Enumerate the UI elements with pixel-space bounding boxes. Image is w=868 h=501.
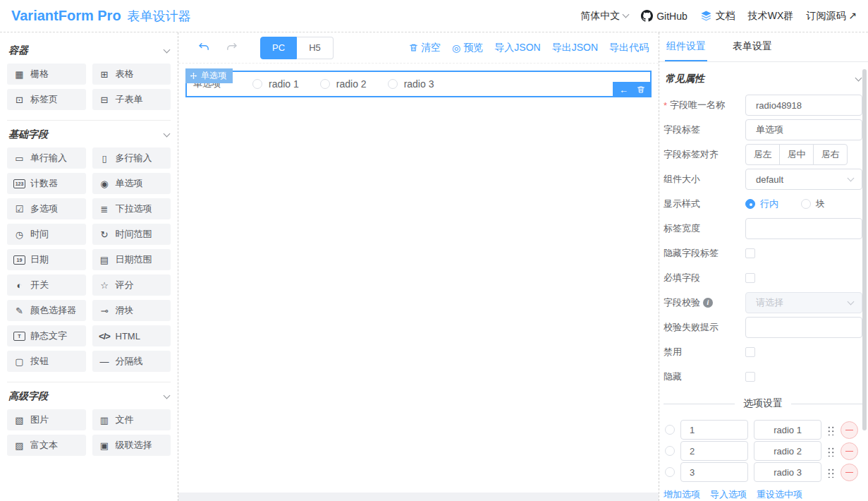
option-default-radio[interactable] bbox=[665, 446, 675, 456]
widget-item-date-range[interactable]: ▤日期范围 bbox=[92, 249, 171, 270]
widget-item-color-picker[interactable]: ✎颜色选择器 bbox=[7, 300, 86, 321]
widget-drag-badge[interactable]: 单选项 bbox=[185, 68, 233, 83]
widget-item-picture[interactable]: ▧图片 bbox=[7, 409, 86, 430]
undo-button[interactable] bbox=[197, 40, 212, 55]
import-json-button[interactable]: 导入JSON bbox=[494, 42, 540, 54]
drag-handle-icon[interactable] bbox=[827, 425, 835, 435]
github-link[interactable]: GitHub bbox=[641, 10, 687, 22]
widget-item-table[interactable]: ⊞表格 bbox=[92, 64, 171, 85]
canvas-scrollbar-track[interactable] bbox=[178, 493, 659, 501]
widget-size-select[interactable]: default bbox=[745, 169, 862, 190]
label-width-input[interactable] bbox=[745, 218, 862, 239]
align-center-button[interactable]: 居中 bbox=[779, 144, 814, 165]
widget-item-cascader[interactable]: ▣级联选择 bbox=[92, 435, 171, 456]
widget-item-input[interactable]: ▭单行输入 bbox=[7, 147, 86, 169]
widget-item-select[interactable]: ≣下拉选项 bbox=[92, 198, 171, 219]
cascader-icon: ▣ bbox=[99, 440, 111, 451]
add-option-link[interactable]: 增加选项 bbox=[664, 488, 700, 501]
widget-item-radio[interactable]: ◉单选项 bbox=[92, 173, 171, 194]
option-value-input[interactable] bbox=[680, 441, 748, 461]
validation-hint-input[interactable] bbox=[745, 317, 862, 338]
widget-item-tabs[interactable]: ⊡标签页 bbox=[7, 89, 86, 110]
widget-item-rate[interactable]: ☆评分 bbox=[92, 274, 171, 296]
display-style-inline-radio[interactable]: 行内 bbox=[745, 198, 778, 210]
subscribe-source-link[interactable]: 订阅源码 ↗ bbox=[806, 10, 857, 23]
widget-item-static-text[interactable]: T静态文字 bbox=[7, 325, 86, 346]
docs-link[interactable]: 文档 bbox=[700, 10, 735, 23]
align-right-button[interactable]: 居右 bbox=[813, 144, 848, 165]
widget-item-rich-editor[interactable]: ▨富文本 bbox=[7, 435, 86, 456]
section-header-advanced-fields[interactable]: 高级字段 bbox=[6, 382, 172, 409]
file-icon: ▥ bbox=[99, 415, 111, 425]
widget-item-grid[interactable]: ▦栅格 bbox=[7, 64, 86, 85]
prop-row-display-style: 显示样式 行内 块 bbox=[664, 193, 862, 215]
remove-option-button[interactable] bbox=[841, 464, 858, 481]
radio-icon: ◉ bbox=[99, 179, 111, 189]
option-label-input[interactable] bbox=[754, 462, 821, 482]
language-selector[interactable]: 简体中文 bbox=[580, 10, 628, 23]
redo-button[interactable] bbox=[224, 40, 239, 55]
display-style-block-radio[interactable]: 块 bbox=[801, 198, 825, 210]
export-code-button[interactable]: 导出代码 bbox=[609, 42, 649, 54]
validation-select[interactable]: 请选择 bbox=[745, 292, 862, 313]
option-value-input[interactable] bbox=[680, 420, 748, 440]
wx-group-link[interactable]: 技术WX群 bbox=[748, 10, 794, 23]
widget-item-number[interactable]: 123计数器 bbox=[7, 173, 86, 194]
chevron-down-icon bbox=[848, 298, 855, 305]
chevron-down-icon bbox=[164, 130, 171, 137]
remove-option-button[interactable] bbox=[841, 421, 858, 439]
disabled-checkbox[interactable] bbox=[745, 347, 755, 357]
widget-item-time-range[interactable]: ↻时间范围 bbox=[92, 224, 171, 245]
option-label-input[interactable] bbox=[754, 441, 821, 461]
section-header-basic-fields[interactable]: 基础字段 bbox=[6, 121, 172, 147]
tab-widget-settings[interactable]: 组件设置 bbox=[665, 32, 707, 61]
option-default-radio[interactable] bbox=[665, 467, 675, 477]
device-tab-pc[interactable]: PC bbox=[260, 37, 297, 59]
option-value-input[interactable] bbox=[680, 462, 748, 482]
preview-button[interactable]: ◎ 预览 bbox=[452, 42, 483, 54]
select-parent-button[interactable]: ← bbox=[619, 85, 628, 95]
unique-name-input[interactable] bbox=[745, 95, 862, 116]
widget-item-textarea[interactable]: ▯多行输入 bbox=[92, 147, 171, 169]
radio-group: radio 1 radio 2 radio 3 bbox=[252, 78, 434, 90]
remove-option-button[interactable] bbox=[841, 442, 858, 460]
delete-widget-button[interactable] bbox=[637, 85, 645, 94]
widget-item-slider[interactable]: ⊸滑块 bbox=[92, 300, 171, 321]
clear-button[interactable]: 清空 bbox=[409, 42, 441, 54]
selected-radio-widget[interactable]: 单选项 单选项 radio 1 radio 2 bbox=[185, 71, 652, 97]
drag-handle-icon[interactable] bbox=[827, 467, 835, 478]
checkbox-icon: ☑ bbox=[13, 204, 25, 215]
radio-option-2[interactable]: radio 2 bbox=[320, 78, 367, 90]
hidden-checkbox[interactable] bbox=[745, 372, 755, 382]
button-icon: ▢ bbox=[13, 356, 25, 367]
toolbar-actions: 清空 ◎ 预览 导入JSON 导出JSON 导出代码 bbox=[409, 42, 649, 54]
required-field-checkbox[interactable] bbox=[745, 273, 755, 283]
device-tab-h5[interactable]: H5 bbox=[297, 37, 334, 59]
widget-item-checkbox[interactable]: ☑多选项 bbox=[7, 198, 86, 219]
align-left-button[interactable]: 居左 bbox=[745, 144, 780, 165]
tab-form-settings[interactable]: 表单设置 bbox=[731, 32, 774, 61]
radio-option-1[interactable]: radio 1 bbox=[252, 78, 299, 90]
import-options-link[interactable]: 导入选项 bbox=[710, 488, 747, 501]
export-json-button[interactable]: 导出JSON bbox=[552, 42, 598, 54]
widget-item-time[interactable]: ◷时间 bbox=[7, 224, 86, 245]
form-canvas[interactable]: 单选项 单选项 radio 1 radio 2 bbox=[178, 64, 659, 493]
drag-handle-icon[interactable] bbox=[827, 446, 835, 457]
widget-item-divider[interactable]: —分隔线 bbox=[92, 351, 171, 372]
radio-option-3[interactable]: radio 3 bbox=[388, 78, 434, 90]
option-label-input[interactable] bbox=[754, 420, 821, 440]
widget-item-date[interactable]: 19日期 bbox=[7, 249, 86, 270]
widget-item-switch[interactable]: ◐开关 bbox=[7, 274, 86, 296]
panel-scrollbar[interactable] bbox=[862, 69, 867, 430]
hide-label-checkbox[interactable] bbox=[745, 248, 755, 258]
widget-item-subform[interactable]: ⊟子表单 bbox=[92, 89, 171, 110]
section-header-common-props[interactable]: 常见属性 bbox=[664, 62, 862, 95]
radio-dot-icon bbox=[745, 199, 755, 209]
widget-item-html[interactable]: </>HTML bbox=[92, 325, 171, 346]
reset-selected-link[interactable]: 重设选中项 bbox=[757, 488, 802, 501]
widget-item-file[interactable]: ▥文件 bbox=[92, 409, 171, 430]
option-default-radio[interactable] bbox=[665, 425, 675, 435]
field-label-input[interactable] bbox=[745, 119, 862, 140]
section-header-containers[interactable]: 容器 bbox=[6, 37, 172, 64]
widget-item-button[interactable]: ▢按钮 bbox=[7, 351, 86, 372]
